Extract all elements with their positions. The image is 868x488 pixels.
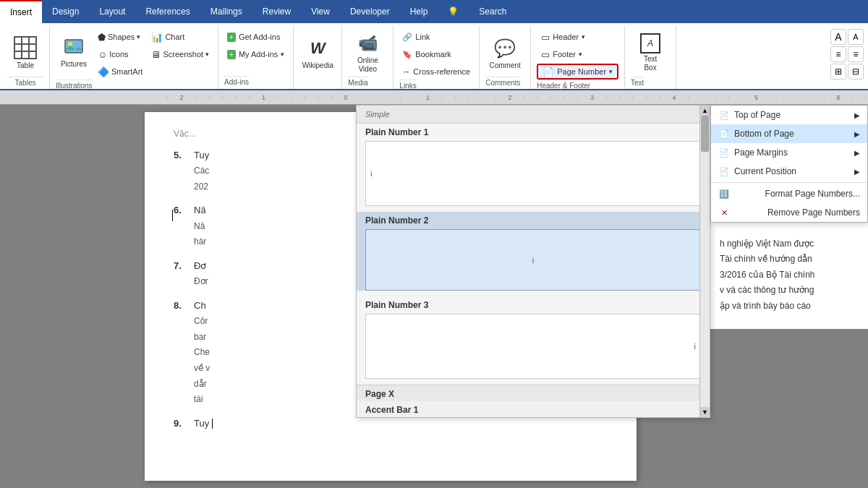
top-of-page-arrow: ▶ xyxy=(854,111,860,119)
tab-insert-label: Insert xyxy=(10,7,32,17)
menu-item-top-of-page[interactable]: 📄 Top of Page ▶ xyxy=(711,106,867,124)
bottom-of-page-icon: 📄 xyxy=(718,128,730,140)
group-addins: + Get Add-ins + My Add-ins▾ Add-ins xyxy=(218,26,294,89)
table-label: Table xyxy=(17,61,34,70)
pictures-icon xyxy=(62,35,85,59)
link-button[interactable]: 🔗 Link xyxy=(399,29,473,45)
flyout-scrollbar[interactable]: ▲ ▼ xyxy=(699,106,710,417)
doc-item-9-title: Tuy xyxy=(194,415,213,432)
scroll-track xyxy=(700,116,710,407)
scroll-thumb[interactable] xyxy=(701,116,709,152)
group-comments: 💬 Comment Comments xyxy=(480,26,531,89)
menu-separator xyxy=(711,182,867,183)
remove-page-numbers-icon: ✕ xyxy=(718,207,730,218)
header-button[interactable]: ▭ Header▾ xyxy=(537,29,618,45)
icons-button[interactable]: ☺ Icons xyxy=(95,46,145,62)
plain-number-2-preview[interactable]: i xyxy=(365,229,701,291)
column-button[interactable]: ⊟ xyxy=(848,64,864,80)
scroll-down-arrow[interactable]: ▼ xyxy=(700,407,710,417)
group-header-footer-label: Header & Footer xyxy=(537,80,590,91)
plain-number-flyout: Simple Plain Number 1 i Plain Number 2 i… xyxy=(356,105,710,418)
format-page-numbers-icon: 🔢 xyxy=(718,188,730,200)
cross-reference-icon: ↔ xyxy=(402,67,410,76)
tab-design[interactable]: Design xyxy=(42,0,89,23)
svg-rect-0 xyxy=(65,40,82,53)
footer-button[interactable]: ▭ Footer▾ xyxy=(537,46,618,62)
left-margin xyxy=(0,105,145,488)
plain-number-3-preview[interactable]: i xyxy=(365,314,701,379)
my-addins-button[interactable]: + My Add-ins▾ xyxy=(224,46,287,62)
tab-insert[interactable]: Insert xyxy=(0,0,42,23)
bottom-of-page-arrow: ▶ xyxy=(854,130,860,138)
font-size-up-button[interactable]: A xyxy=(830,29,846,45)
tab-mailings[interactable]: Mailings xyxy=(200,0,252,23)
group-text: A TextBox Text xyxy=(625,26,676,89)
tab-search[interactable]: Search xyxy=(469,0,516,23)
align-right-button[interactable]: ≡ xyxy=(848,46,864,62)
doc-item-7-title: Đơ xyxy=(194,257,206,274)
preview-number-2: i xyxy=(532,256,534,265)
group-tables: Table Tables xyxy=(1,26,50,89)
bookmark-icon: 🔖 xyxy=(402,50,412,59)
page-number-button[interactable]: 📄 Page Number▾ xyxy=(537,64,618,80)
tab-developer[interactable]: Developer xyxy=(340,0,400,23)
tab-review[interactable]: Review xyxy=(252,0,301,23)
get-addins-icon: + xyxy=(227,33,236,42)
menu-item-bottom-of-page[interactable]: 📄 Bottom of Page ▶ xyxy=(711,124,867,143)
tab-help[interactable]: Help xyxy=(400,0,438,23)
plain-number-1-preview[interactable]: i xyxy=(365,141,701,206)
cross-reference-button[interactable]: ↔ Cross-reference xyxy=(399,64,473,80)
online-video-button[interactable]: 📹 OnlineVideo xyxy=(348,29,387,77)
doc-item-8-title: Ch xyxy=(194,297,206,314)
menu-item-current-position[interactable]: 📄 Current Position ▶ xyxy=(711,162,867,181)
pictures-button[interactable]: Pictures xyxy=(56,27,92,75)
current-position-icon: 📄 xyxy=(718,166,730,177)
group-header-footer: ▭ Header▾ ▭ Footer▾ 📄 Page Number▾ Heade… xyxy=(531,26,625,89)
plain-number-3-label: Plain Number 3 xyxy=(357,296,710,312)
font-size-down-button[interactable]: A xyxy=(848,29,864,45)
plain-number-2-section: Plain Number 2 i xyxy=(357,212,710,291)
menu-item-page-margins[interactable]: 📄 Page Margins ▶ xyxy=(711,143,867,162)
doc-item-6-num: 6. xyxy=(174,202,188,218)
page-number-dropdown: 📄 Top of Page ▶ 📄 Bottom of Page ▶ 📄 Pag… xyxy=(710,105,868,223)
chart-button[interactable]: 📊 Chart xyxy=(148,29,212,45)
group-links: 🔗 Link 🔖 Bookmark ↔ Cross-reference Link… xyxy=(393,26,480,89)
bookmark-button[interactable]: 🔖 Bookmark xyxy=(399,46,473,62)
shapes-button[interactable]: ⬟ Shapes▾ xyxy=(95,29,145,45)
comment-icon: 💬 xyxy=(493,37,516,60)
plain-number-3-section: Plain Number 3 i xyxy=(357,296,710,379)
doc-item-8-num: 8. xyxy=(174,297,188,314)
doc-item-6-title: Nă xyxy=(194,202,206,218)
app-window: Insert Design Layout References Mailings… xyxy=(0,0,868,488)
table-icon xyxy=(14,36,37,59)
tab-lightbulb[interactable]: 💡 xyxy=(438,0,469,23)
smartart-button[interactable]: 🔷 SmartArt xyxy=(95,64,145,80)
tab-view[interactable]: View xyxy=(301,0,340,23)
screenshot-button[interactable]: 🖥 Screenshot▾ xyxy=(148,46,212,62)
tab-layout[interactable]: Layout xyxy=(89,0,135,23)
tab-references[interactable]: References xyxy=(135,0,200,23)
group-formatting: A A ≡ ≡ ⊞ ⊟ xyxy=(827,26,867,89)
wikipedia-icon: W xyxy=(306,37,329,60)
text-box-icon: A xyxy=(640,33,660,53)
tab-bar: Insert Design Layout References Mailings… xyxy=(0,0,868,23)
text-box-button[interactable]: A TextBox xyxy=(631,29,670,77)
table-button[interactable]: Table xyxy=(7,29,43,77)
scroll-up-arrow[interactable]: ▲ xyxy=(700,106,710,116)
footer-icon: ▭ xyxy=(541,49,550,60)
doc-item-5-num: 5. xyxy=(174,147,188,163)
page-margins-icon: 📄 xyxy=(718,147,730,158)
wikipedia-button[interactable]: W Wikipedia xyxy=(299,29,336,77)
menu-item-remove-page-numbers[interactable]: ✕ Remove Page Numbers xyxy=(711,203,867,222)
comment-button[interactable]: 💬 Comment xyxy=(485,29,524,77)
menu-item-format-page-numbers[interactable]: 🔢 Format Page Numbers... xyxy=(711,184,867,203)
group-comments-label: Comments xyxy=(485,77,520,88)
plain-number-2-label: Plain Number 2 xyxy=(357,212,710,228)
my-addins-icon: + xyxy=(227,50,236,59)
get-addins-button[interactable]: + Get Add-ins xyxy=(224,29,287,45)
current-position-arrow: ▶ xyxy=(854,168,860,176)
align-left-button[interactable]: ≡ xyxy=(830,46,846,62)
group-links-label: Links xyxy=(399,80,416,91)
layout-button[interactable]: ⊞ xyxy=(830,64,846,80)
group-addins-label: Add-ins xyxy=(224,76,249,87)
